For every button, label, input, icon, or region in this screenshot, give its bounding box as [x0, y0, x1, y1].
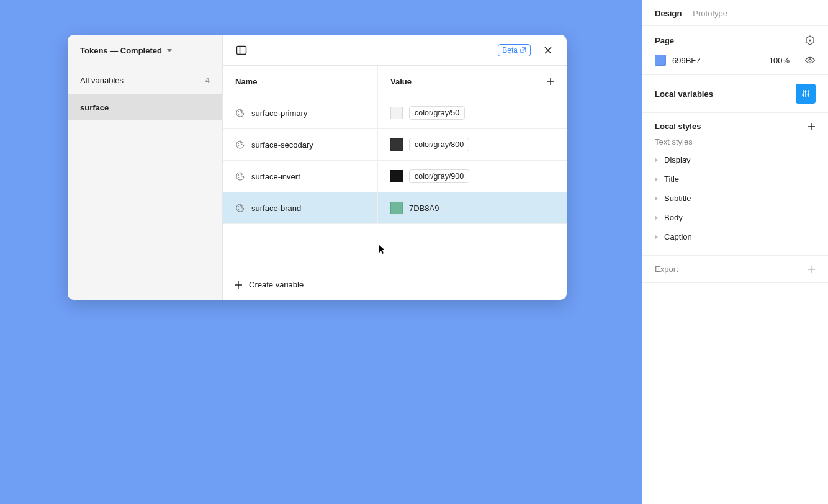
column-value: Value [390, 77, 412, 86]
dialog-main: Beta Name Value [223, 35, 567, 300]
export-title: Export [655, 264, 678, 274]
value-swatch [390, 107, 403, 119]
page-opacity-value: 100% [769, 56, 790, 65]
variable-name: surface-brand [251, 204, 301, 213]
svg-point-2 [238, 111, 239, 112]
close-button[interactable] [541, 43, 556, 58]
chevron-right-icon [655, 215, 658, 220]
open-variables-button[interactable] [796, 84, 816, 104]
canvas: Tokens — Completed All variables 4 surfa… [0, 0, 642, 504]
value-label: color/gray/800 [409, 138, 469, 151]
svg-point-13 [238, 209, 240, 210]
add-export-button[interactable] [807, 265, 816, 274]
svg-point-17 [804, 91, 806, 92]
svg-point-8 [238, 174, 239, 176]
variable-row[interactable]: surface-invertcolor/gray/900 [223, 161, 567, 192]
external-link-icon [520, 47, 526, 53]
svg-point-12 [240, 205, 241, 207]
svg-point-18 [807, 93, 809, 95]
page-color-swatch [655, 55, 666, 66]
value-swatch [390, 138, 403, 151]
svg-point-6 [240, 142, 241, 143]
visibility-toggle[interactable] [804, 55, 816, 66]
tab-design[interactable]: Design [655, 9, 682, 18]
text-style-item[interactable]: Body [655, 208, 816, 227]
variable-group-surface[interactable]: surface [68, 94, 222, 120]
table-header: Name Value [223, 66, 567, 97]
local-styles-title: Local styles [655, 122, 701, 131]
close-icon [543, 45, 553, 55]
svg-point-11 [238, 206, 239, 207]
svg-point-15 [809, 59, 811, 61]
text-style-label: Subtitle [664, 194, 691, 203]
all-variables-row[interactable]: All variables 4 [68, 66, 222, 94]
svg-point-16 [802, 94, 804, 96]
all-variables-count: 4 [205, 76, 210, 85]
chevron-right-icon [655, 235, 658, 240]
page-section: Page 699BF7 100% [642, 26, 828, 75]
chevron-right-icon [655, 158, 658, 163]
create-variable-label: Create variable [249, 280, 304, 289]
value-swatch [390, 202, 403, 214]
page-color-hex: 699BF7 [672, 56, 701, 65]
plus-icon [234, 281, 243, 289]
all-variables-label: All variables [80, 76, 124, 85]
color-type-icon [235, 171, 245, 181]
plus-icon [807, 265, 816, 274]
plus-icon [807, 122, 816, 131]
svg-point-3 [240, 110, 241, 112]
tab-prototype[interactable]: Prototype [693, 9, 727, 18]
page-title: Page [655, 36, 674, 45]
collection-selector[interactable]: Tokens — Completed [68, 35, 222, 66]
variable-group-label: surface [80, 103, 109, 112]
variable-row[interactable]: surface-brand7DB8A9 [223, 192, 567, 224]
svg-point-7 [238, 145, 240, 146]
column-name: Name [235, 77, 257, 86]
variable-name: surface-primary [251, 109, 307, 118]
chevron-down-icon [167, 49, 172, 52]
beta-badge[interactable]: Beta [498, 44, 531, 56]
rotate-icon [804, 35, 816, 46]
text-styles-heading: Text styles [655, 137, 816, 146]
inspector-tabs: Design Prototype [642, 0, 828, 26]
color-type-icon [235, 140, 245, 150]
color-type-icon [235, 108, 245, 118]
local-styles-section: Local styles Text styles DisplayTitleSub… [642, 113, 828, 256]
variable-name: surface-secodary [251, 140, 313, 150]
sliders-icon [801, 89, 811, 99]
plus-icon [546, 77, 555, 86]
text-style-item[interactable]: Caption [655, 227, 816, 246]
local-variables-title: Local variables [655, 89, 713, 99]
svg-point-5 [238, 143, 239, 144]
variable-row[interactable]: surface-secodarycolor/gray/800 [223, 129, 567, 161]
page-orientation-button[interactable] [804, 35, 816, 46]
dialog-toolbar: Beta [223, 35, 567, 66]
svg-point-10 [238, 177, 240, 178]
eye-icon [804, 55, 816, 66]
chevron-right-icon [655, 196, 658, 201]
local-variables-section: Local variables [642, 75, 828, 113]
variable-name: surface-invert [251, 172, 300, 181]
svg-point-4 [238, 114, 240, 115]
create-variable-row[interactable]: Create variable [223, 269, 567, 300]
text-style-item[interactable]: Title [655, 169, 816, 189]
panel-toggle-button[interactable] [234, 43, 249, 58]
text-style-label: Body [664, 213, 683, 222]
value-label: color/gray/900 [409, 169, 469, 183]
value-label: 7DB8A9 [409, 204, 439, 213]
variable-row[interactable]: surface-primarycolor/gray/50 [223, 97, 567, 129]
svg-rect-0 [237, 46, 246, 54]
text-style-item[interactable]: Display [655, 150, 816, 169]
text-style-label: Title [664, 174, 679, 184]
svg-point-9 [240, 174, 241, 175]
inspector-panel: Design Prototype Page 699BF7 100% [642, 0, 828, 504]
page-color-row[interactable]: 699BF7 100% [655, 55, 816, 66]
value-label: color/gray/50 [409, 106, 465, 120]
chevron-right-icon [655, 177, 658, 182]
add-style-button[interactable] [807, 122, 816, 131]
value-swatch [390, 170, 403, 182]
variables-dialog: Tokens — Completed All variables 4 surfa… [68, 35, 567, 300]
export-section: Export [642, 256, 828, 283]
add-mode-button[interactable] [543, 74, 558, 89]
text-style-item[interactable]: Subtitle [655, 189, 816, 208]
